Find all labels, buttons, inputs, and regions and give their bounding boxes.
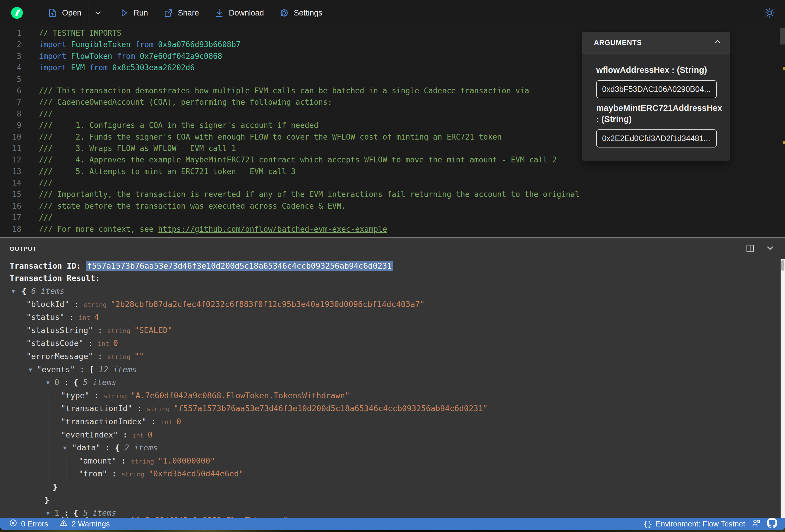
toolbar-divider (88, 4, 88, 22)
json-key: "from" (78, 469, 107, 478)
warnings-status[interactable]: 2 Warnings (59, 518, 110, 529)
json-key: "transactionIndex" (61, 417, 147, 426)
line-number: 13 (0, 166, 21, 177)
settings-button[interactable]: Settings (279, 8, 323, 18)
line-number: 4 (0, 62, 21, 73)
argument-label: wflowAddressHex : (String) (596, 65, 721, 76)
line-number: 7 (0, 97, 21, 108)
json-items-count: 12 items (94, 365, 137, 374)
line-number: 8 (0, 108, 21, 120)
feedback-person-icon[interactable] (751, 518, 761, 530)
json-type: string (121, 471, 148, 478)
argument-input-maybemint[interactable] (596, 129, 717, 148)
json-items-count: 5 items (78, 378, 116, 387)
open-button[interactable]: Open (47, 8, 81, 18)
download-label: Download (229, 8, 264, 18)
json-key: "data" (72, 443, 101, 452)
json-row[interactable]: ▼"events" : [ 12 items (29, 363, 137, 376)
warning-triangle-icon (59, 518, 68, 529)
json-type: int (161, 419, 176, 426)
line-number: 12 (0, 154, 21, 166)
sun-icon (764, 15, 776, 20)
collapse-arrow-icon[interactable]: ▼ (63, 441, 72, 454)
collapse-arrow-icon[interactable]: ▼ (46, 376, 54, 389)
share-button[interactable]: Share (163, 8, 199, 18)
braces-icon: {} (643, 520, 652, 528)
json-type: string (104, 392, 131, 400)
json-row[interactable]: "transactionId" : string "f557a1573b76aa… (61, 402, 488, 415)
json-key: "events" (37, 365, 75, 374)
collapse-arrow-icon[interactable]: ▼ (12, 285, 22, 298)
code-link[interactable]: https://github.com/onflow/batched-evm-ex… (158, 225, 387, 233)
code-line: 17/// (0, 212, 773, 223)
toolbar: Open Run (0, 0, 785, 26)
line-number: 16 (0, 200, 21, 212)
json-items-count: 6 items (26, 286, 65, 296)
json-row[interactable]: "blockId" : string "2b28cbfb87da2cfec4f0… (26, 298, 425, 311)
json-type: string (147, 405, 174, 413)
json-key: "amount" (78, 456, 117, 465)
json-row[interactable]: "errorMessage" : string "" (26, 350, 144, 363)
warning-ruler-mark (783, 141, 785, 144)
open-dropdown-button[interactable] (94, 8, 102, 17)
chevron-up-icon[interactable] (713, 37, 722, 48)
json-row[interactable]: } (45, 494, 49, 507)
line-number: 17 (0, 212, 21, 223)
output-panel: OUTPUT Transaction ID: f557a1573b76aa53e… (0, 237, 785, 518)
json-value: "1.00000000" (158, 456, 215, 465)
json-row[interactable]: "transactionIndex" : int 0 (61, 415, 181, 428)
json-value: "A.7e60df042a9c0868.FlowToken..." (131, 515, 288, 518)
line-number: 6 (0, 85, 21, 97)
json-row[interactable]: "statusCode" : int 0 (26, 337, 118, 350)
line-number: 15 (0, 189, 21, 200)
theme-toggle-button[interactable] (764, 7, 776, 20)
json-key: "statusCode" (26, 338, 83, 348)
argument-input-wflow[interactable] (596, 80, 717, 98)
json-value: 0 (148, 430, 152, 439)
line-number: 14 (0, 177, 21, 189)
json-row[interactable]: ▼0 : { 5 items (46, 376, 116, 389)
json-row[interactable]: "status" : int 4 (26, 311, 99, 324)
json-row[interactable]: "from" : string "0xfd3b4cd50d44e6ed" (78, 467, 244, 480)
download-button[interactable]: Download (214, 8, 264, 18)
json-row[interactable]: "eventIndex" : int 0 (61, 428, 152, 441)
json-type: string (131, 458, 158, 465)
output-scrollbar-thumb[interactable] (781, 260, 784, 271)
json-value: 4 (94, 312, 99, 322)
warning-ruler-mark (783, 67, 785, 70)
arguments-panel: ARGUMENTS wflowAddressHex : (String) may… (582, 32, 730, 161)
environment-status[interactable]: {} Environment: Flow Testnet (643, 520, 745, 529)
github-icon[interactable] (767, 518, 777, 530)
output-scrollbar-track[interactable] (781, 259, 785, 518)
errors-status[interactable]: 0 Errors (9, 518, 48, 529)
environment-label: Environment: Flow Testnet (656, 520, 745, 529)
arguments-title: ARGUMENTS (594, 39, 642, 47)
share-label: Share (178, 8, 199, 18)
settings-label: Settings (294, 8, 323, 18)
errors-label: 0 Errors (21, 520, 48, 529)
json-items-count: 2 items (120, 443, 158, 452)
editor-scrollbar-thumb[interactable] (780, 28, 785, 45)
json-row[interactable]: ▼{ 6 items (12, 285, 65, 298)
json-key: "type" (61, 515, 90, 518)
code-line: 14/// (0, 177, 773, 189)
json-type: int (79, 314, 94, 321)
json-rows: ▼{ 6 items"blockId" : string "2b28cbfb87… (0, 238, 785, 518)
json-row[interactable]: "statusString" : string "SEALED" (26, 324, 172, 337)
json-row[interactable]: "type" : string "A.7e60df042a9c0868.Flow… (61, 389, 350, 402)
line-number: 10 (0, 131, 21, 143)
collapse-arrow-icon[interactable]: ▼ (29, 363, 37, 376)
run-button[interactable]: Run (119, 8, 148, 18)
json-key: "errorMessage" (26, 352, 93, 361)
warnings-label: 2 Warnings (71, 520, 110, 529)
json-key: "blockId" (26, 300, 69, 309)
share-icon (163, 8, 173, 18)
open-label: Open (62, 8, 81, 18)
json-row[interactable]: ▼"data" : { 2 items (63, 441, 158, 454)
line-number: 3 (0, 51, 21, 62)
arguments-panel-header[interactable]: ARGUMENTS (582, 32, 730, 54)
json-row[interactable]: } (53, 481, 57, 493)
json-row[interactable]: "amount" : string "1.00000000" (78, 454, 215, 467)
json-type: int (98, 340, 113, 347)
gear-icon (279, 8, 289, 18)
